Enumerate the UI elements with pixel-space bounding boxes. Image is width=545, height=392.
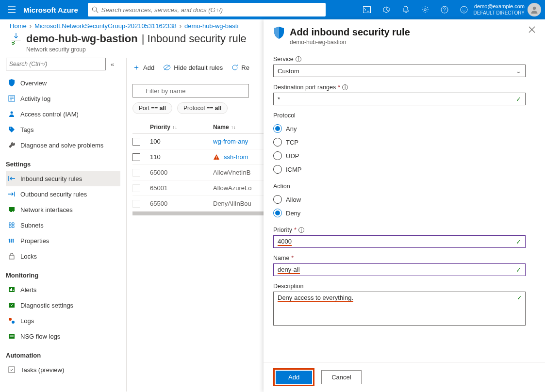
chip-port-filter[interactable]: Port == all [132,102,172,114]
svg-point-26 [11,241,12,242]
avatar-icon [530,5,539,14]
toolbar-refresh-button[interactable]: Re [231,64,249,71]
radio-icon [273,124,282,133]
radio-protocol-tcp[interactable]: TCP [273,135,535,149]
notifications-button[interactable] [396,0,415,19]
blade-subtitle: demo-hub-wg-bastion [290,39,410,46]
add-button[interactable]: Add [276,371,312,384]
radio-protocol-udp[interactable]: UDP [273,149,535,163]
sidebar-item-overview[interactable]: Overview [6,75,120,91]
close-blade-button[interactable] [528,26,535,34]
svg-point-8 [533,7,536,10]
flow-logs-icon [8,333,16,340]
description-textarea[interactable]: Deny access to everything. ✓ [273,292,526,326]
rule-link[interactable]: wg-from-any [213,138,248,145]
info-icon[interactable]: i [342,84,348,90]
sidebar-item-activity-log[interactable]: Activity log [6,91,120,106]
add-rule-blade: Add inbound security rule demo-hub-wg-ba… [264,19,545,392]
tasks-icon [8,366,16,373]
feedback-button[interactable] [454,0,474,19]
sidebar-item-subnets[interactable]: Subnets [6,217,120,233]
sidebar-item-access-control[interactable]: Access control (IAM) [6,106,120,122]
label-protocol: Protocol [273,112,296,119]
col-header-name[interactable]: Name [213,124,229,131]
sidebar-item-network-interfaces[interactable]: Network interfaces [6,202,120,217]
svg-rect-30 [10,289,11,291]
row-checkbox[interactable] [132,138,140,146]
blade-title: Add inbound security rule [290,26,410,38]
sidebar-search-input[interactable] [6,58,106,70]
user-account-block[interactable]: demo@example.com DEFAULT DIRECTORY [474,3,545,16]
chip-protocol-filter[interactable]: Protocol == all [177,102,228,114]
chevron-right-icon: › [180,22,182,30]
svg-point-0 [92,7,97,11]
person-icon [8,111,16,117]
row-checkbox[interactable] [132,184,140,192]
svg-point-6 [462,9,463,10]
svg-point-7 [464,9,465,10]
sidebar-item-locks[interactable]: Locks [6,248,120,264]
svg-rect-32 [13,290,14,291]
directories-button[interactable] [377,0,396,19]
radio-action-deny[interactable]: Deny [273,206,535,220]
svg-rect-39 [9,367,15,373]
settings-button[interactable] [415,0,435,19]
cloud-shell-button[interactable] [357,0,377,19]
svg-rect-18 [9,207,15,211]
service-select[interactable]: Custom ⌄ [273,65,526,77]
logs-icon [8,317,16,324]
name-input[interactable]: deny-all ✓ [273,263,526,276]
info-icon[interactable]: i [296,56,301,62]
breadcrumb-resource[interactable]: demo-hub-wg-basti [184,22,238,30]
sidebar-item-tags[interactable]: Tags [6,122,120,137]
priority-input[interactable]: 4000 ✓ [273,235,526,248]
chevron-right-icon: › [30,22,32,30]
hamburger-icon [8,6,16,13]
log-icon [8,95,16,102]
sidebar-item-alerts[interactable]: Alerts [6,282,120,297]
svg-point-34 [9,318,12,321]
sidebar-item-outbound-rules[interactable]: Outbound security rules [6,186,120,202]
dest-port-input[interactable]: * ✓ [273,93,526,105]
filter-by-name-input[interactable] [132,84,249,98]
sidebar-item-diagnostic-settings[interactable]: Diagnostic settings [6,297,120,313]
sidebar-item-logs[interactable]: Logs [6,313,120,328]
col-header-priority[interactable]: Priority [150,124,170,131]
collapse-sidebar-button[interactable]: « [111,61,114,68]
label-priority: Priority [273,227,292,233]
global-search-input[interactable] [101,6,322,14]
cancel-button[interactable]: Cancel [321,370,361,384]
global-search[interactable] [88,3,326,16]
help-button[interactable] [435,0,454,19]
check-icon: ✓ [516,96,521,103]
sidebar-item-tasks[interactable]: Tasks (preview) [6,362,120,377]
hamburger-menu-button[interactable] [0,6,23,13]
svg-rect-36 [9,334,15,339]
label-service: Service [273,56,294,63]
toolbar-add-button[interactable]: ＋Add [132,63,154,73]
sidebar-item-diagnose[interactable]: Diagnose and solve problems [6,137,120,153]
svg-point-3 [424,9,426,11]
wrench-icon [8,142,16,148]
sidebar-section-monitoring: Monitoring [6,272,120,279]
sidebar: « Overview Activity log Access control (… [0,58,126,392]
radio-action-allow[interactable]: Allow [273,193,535,206]
radio-protocol-icmp[interactable]: ICMP [273,163,535,176]
radio-protocol-any[interactable]: Any [273,122,535,135]
breadcrumb-home[interactable]: Home [10,22,27,30]
action-radio-group: Allow Deny [273,193,535,220]
download-icon[interactable] [10,33,22,45]
row-checkbox[interactable] [132,153,140,161]
rule-link[interactable]: ssh-from [224,153,248,161]
row-checkbox[interactable] [132,169,140,177]
toolbar-hide-defaults-button[interactable]: Hide default rules [163,64,223,71]
sidebar-item-inbound-rules[interactable]: Inbound security rules [6,171,120,186]
breadcrumb-deployment[interactable]: Microsoft.NetworkSecurityGroup-202105311… [34,22,177,30]
sidebar-item-properties[interactable]: Properties [6,233,120,248]
eye-off-icon [163,65,171,70]
sidebar-item-nsg-flow-logs[interactable]: NSG flow logs [6,328,120,344]
info-icon[interactable]: i [298,227,304,233]
nic-icon [8,207,16,212]
row-checkbox[interactable] [132,200,140,208]
tag-icon [8,126,16,133]
